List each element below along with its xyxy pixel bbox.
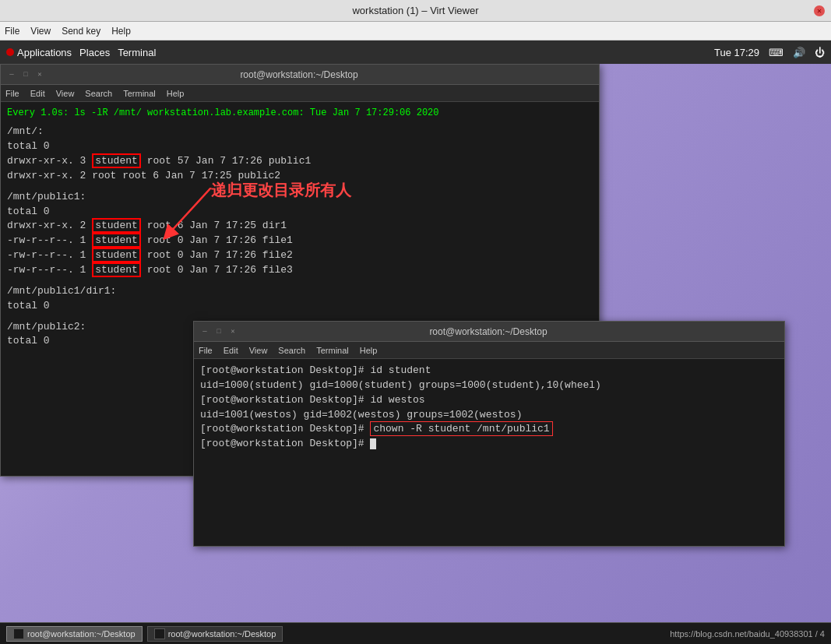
taskbar-icon-1 [13,628,24,639]
power-icon[interactable]: ⏻ [815,47,825,58]
public1-header: /mnt/public1: [7,190,593,205]
clock: Tue 17:29 [714,47,759,58]
p1-line4: -rw-r--r--. 1 student root 0 Jan 7 17:26… [7,263,593,278]
t2-line5: [root@workstation Desktop]# chown -R stu… [200,422,778,437]
t2-line1: [root@workstation Desktop]# id student [200,364,778,378]
terminal-menu[interactable]: Terminal [118,47,156,58]
terminal-2-menu: File Edit View Search Terminal Help [194,342,784,359]
desktop-area: — □ ✕ root@workstation:~/Desktop File Ed… [0,64,831,622]
t2-line4: uid=1001(westos) gid=1002(westos) groups… [200,408,778,423]
mnt-header: /mnt/: [7,125,593,139]
virt-close-button[interactable]: ✕ [814,5,825,16]
virt-title-bar: workstation (1) – Virt Viewer ✕ [0,0,831,22]
taskbar-icon-2 [154,628,165,639]
terminal-1-body: Every 1.0s: ls -lR /mnt/ workstation.lab… [1,102,599,354]
taskbar-url: https://blog.csdn.net/baidu_40938301 / 4 [670,629,825,639]
t2-line2: uid=1000(student) gid=1000(student) grou… [200,378,778,393]
t1-menu-terminal[interactable]: Terminal [123,89,156,98]
t2-menu-file[interactable]: File [199,346,213,355]
p1-line2: -rw-r--r--. 1 student root 0 Jan 7 17:26… [7,234,593,248]
taskbar-label-2[interactable]: root@workstation:~/Desktop [168,629,276,639]
taskbar-item-2[interactable]: root@workstation:~/Desktop [147,626,283,642]
taskbar-label-1[interactable]: root@workstation:~/Desktop [27,629,136,639]
close-btn-1[interactable]: ✕ [35,70,44,79]
terminal-2-win-btns[interactable]: — □ ✕ [200,327,238,336]
virt-menu-help[interactable]: Help [111,26,131,37]
t2-menu-edit[interactable]: Edit [224,346,238,355]
virt-menu-bar: File View Send key Help [0,22,831,40]
applications-label[interactable]: Applications [17,47,72,58]
watch-header: Every 1.0s: ls -lR /mnt/ workstation.lab… [7,107,593,120]
t2-menu-help[interactable]: Help [360,346,378,355]
gnome-panel: Applications Places Terminal Tue 17:29 ⌨… [0,40,831,64]
t1-menu-edit[interactable]: Edit [30,89,45,98]
terminal-1-title: root@workstation:~/Desktop [44,69,554,80]
minimize-btn-2[interactable]: — [200,327,210,336]
p1-line1: drwxr-xr-x. 2 student root 6 Jan 7 17:25… [7,219,593,234]
terminal-1-menu: File Edit View Search Terminal Help [1,85,599,102]
t2-menu-terminal[interactable]: Terminal [316,346,349,355]
terminal-window-2[interactable]: — □ ✕ root@workstation:~/Desktop File Ed… [193,321,785,547]
taskbar-left: root@workstation:~/Desktop root@workstat… [6,626,283,642]
volume-icon[interactable]: 🔊 [793,47,805,58]
virt-menu-file[interactable]: File [5,26,19,37]
gnome-panel-left: Applications Places Terminal [6,47,156,58]
t2-menu-search[interactable]: Search [278,346,305,355]
total-0-3: total 0 [7,299,593,314]
virt-menu-sendkey[interactable]: Send key [62,26,100,37]
virt-title-text: workstation (1) – Virt Viewer [17,5,814,16]
maximize-btn-2[interactable]: □ [214,327,224,336]
public1-dir1-header: /mnt/public1/dir1: [7,284,593,299]
terminal-2-title: root@workstation:~/Desktop [238,326,739,337]
taskbar-item-1[interactable]: root@workstation:~/Desktop [6,626,143,642]
terminal-1-win-btns[interactable]: — □ ✕ [7,70,44,79]
places-menu[interactable]: Places [79,47,110,58]
maximize-btn-1[interactable]: □ [21,70,30,79]
p1-line3: -rw-r--r--. 1 student root 0 Jan 7 17:26… [7,248,593,263]
t1-menu-search[interactable]: Search [85,89,112,98]
terminal-cursor [370,438,376,449]
applications-menu[interactable]: Applications [6,47,72,58]
t1-menu-file[interactable]: File [5,89,19,98]
redhat-icon [6,48,14,56]
keyboard-icon: ⌨ [769,47,783,58]
taskbar: root@workstation:~/Desktop root@workstat… [0,622,831,644]
terminal-2-body: [root@workstation Desktop]# id student u… [194,359,784,456]
total-0-2: total 0 [7,205,593,220]
t2-line3: [root@workstation Desktop]# id westos [200,393,778,408]
virt-menu-view[interactable]: View [30,26,51,37]
t2-line6: [root@workstation Desktop]# [200,437,778,452]
minimize-btn-1[interactable]: — [7,70,16,79]
t1-menu-view[interactable]: View [56,89,75,98]
t2-menu-view[interactable]: View [249,346,268,355]
mnt-line2: drwxr-xr-x. 2 root root 6 Jan 7 17:25 pu… [7,169,593,184]
terminal-2-title-bar: — □ ✕ root@workstation:~/Desktop [194,322,784,342]
total-0-1: total 0 [7,139,593,154]
terminal-1-title-bar: — □ ✕ root@workstation:~/Desktop [1,65,599,85]
t1-menu-help[interactable]: Help [167,89,185,98]
mnt-line1: drwxr-xr-x. 3 student root 57 Jan 7 17:2… [7,154,593,169]
gnome-panel-right: Tue 17:29 ⌨ 🔊 ⏻ [714,47,825,58]
taskbar-right: https://blog.csdn.net/baidu_40938301 / 4 [670,629,825,639]
close-btn-2[interactable]: ✕ [228,327,238,336]
